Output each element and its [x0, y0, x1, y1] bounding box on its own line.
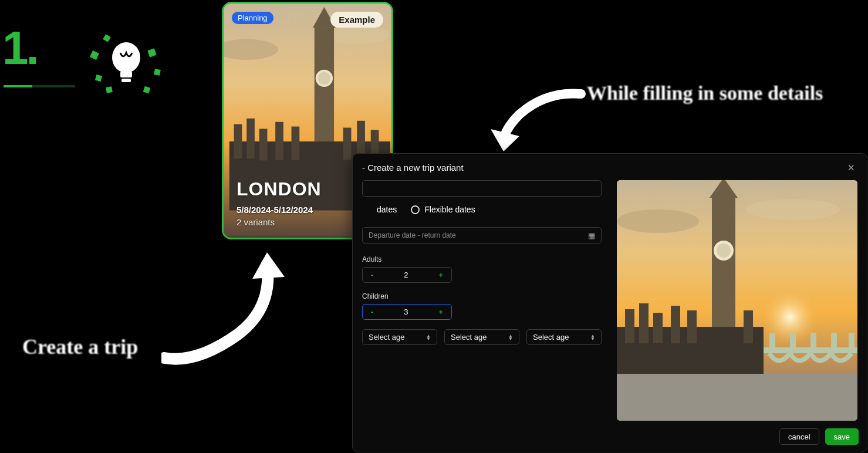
child-age-placeholder: Select age — [533, 333, 569, 342]
svg-marker-26 — [252, 252, 285, 279]
svg-rect-46 — [810, 333, 816, 350]
svg-point-31 — [746, 199, 840, 220]
svg-rect-45 — [790, 333, 796, 350]
svg-rect-19 — [246, 119, 255, 159]
svg-rect-44 — [769, 333, 775, 350]
adults-plus-button[interactable]: + — [436, 271, 445, 279]
svg-rect-23 — [343, 128, 352, 160]
children-plus-button[interactable]: + — [436, 307, 445, 316]
svg-point-30 — [617, 209, 699, 233]
children-label: Children — [362, 292, 602, 300]
create-variant-dialog: - Create a new trip variant ✕ dates Flex… — [352, 153, 867, 452]
svg-marker-27 — [491, 129, 519, 151]
svg-rect-5 — [106, 86, 113, 93]
svg-rect-47 — [831, 333, 837, 350]
svg-rect-42 — [744, 310, 753, 343]
caption-fill-details: While filling in some details — [587, 82, 823, 104]
svg-rect-21 — [275, 122, 283, 160]
child-age-select-1[interactable]: Select age ▲▼ — [362, 329, 437, 345]
svg-rect-18 — [234, 124, 242, 159]
save-button[interactable]: save — [825, 428, 859, 445]
svg-rect-2 — [121, 79, 131, 82]
step-number: 1. — [2, 25, 37, 72]
svg-rect-37 — [625, 309, 634, 343]
svg-point-0 — [112, 42, 140, 73]
chevron-sort-icon: ▲▼ — [508, 334, 513, 340]
exact-dates-radio[interactable]: dates — [363, 205, 397, 214]
svg-rect-32 — [712, 198, 735, 344]
svg-rect-39 — [653, 313, 663, 343]
children-stepper[interactable]: - 3 + — [362, 304, 452, 320]
child-age-placeholder: Select age — [369, 333, 404, 342]
svg-point-35 — [717, 244, 731, 258]
svg-rect-4 — [95, 75, 102, 82]
child-age-select-3[interactable]: Select age ▲▼ — [526, 329, 602, 345]
exact-dates-label: dates — [377, 205, 397, 214]
chevron-sort-icon: ▲▼ — [590, 334, 595, 340]
svg-rect-7 — [154, 69, 161, 76]
flexible-dates-label: Flexible dates — [424, 205, 475, 214]
svg-rect-41 — [687, 310, 697, 343]
svg-rect-22 — [292, 127, 300, 160]
flexible-dates-radio[interactable]: Flexible dates — [411, 205, 475, 214]
svg-rect-40 — [671, 306, 680, 343]
date-range-input[interactable]: Departure date - return date ▦ — [362, 227, 602, 244]
adults-label: Adults — [362, 255, 602, 263]
children-value: 3 — [404, 307, 408, 316]
example-badge: Example — [330, 12, 383, 28]
svg-rect-1 — [120, 72, 132, 77]
destination-image — [617, 180, 857, 421]
adults-stepper[interactable]: - 2 + — [362, 267, 452, 283]
step-underline — [4, 85, 75, 87]
svg-rect-20 — [259, 129, 268, 161]
arrow-right-icon — [487, 82, 587, 158]
lightbulb-icon — [85, 28, 167, 99]
svg-rect-50 — [617, 374, 857, 421]
child-age-select-2[interactable]: Select age ▲▼ — [444, 329, 519, 345]
date-range-placeholder: Departure date - return date — [369, 231, 456, 239]
arrow-left-icon — [161, 246, 314, 376]
adults-minus-button[interactable]: - — [369, 271, 376, 279]
svg-rect-48 — [849, 333, 855, 350]
dialog-title: - Create a new trip variant — [362, 163, 464, 173]
calendar-icon: ▦ — [588, 231, 595, 240]
caption-create-trip: Create a trip — [22, 334, 138, 359]
chevron-sort-icon: ▲▼ — [426, 334, 431, 340]
svg-rect-3 — [90, 50, 99, 60]
svg-rect-6 — [147, 48, 156, 57]
svg-point-16 — [318, 72, 331, 85]
close-icon[interactable]: ✕ — [845, 162, 857, 173]
cancel-button[interactable]: cancel — [779, 428, 819, 445]
radio-icon — [411, 205, 420, 214]
adults-value: 2 — [404, 271, 408, 279]
svg-rect-38 — [639, 303, 649, 343]
variant-name-input[interactable] — [362, 180, 602, 197]
child-age-placeholder: Select age — [451, 333, 487, 342]
svg-rect-8 — [143, 86, 151, 94]
planning-badge: Planning — [232, 12, 273, 24]
children-minus-button[interactable]: - — [369, 307, 376, 316]
svg-rect-9 — [103, 34, 111, 42]
